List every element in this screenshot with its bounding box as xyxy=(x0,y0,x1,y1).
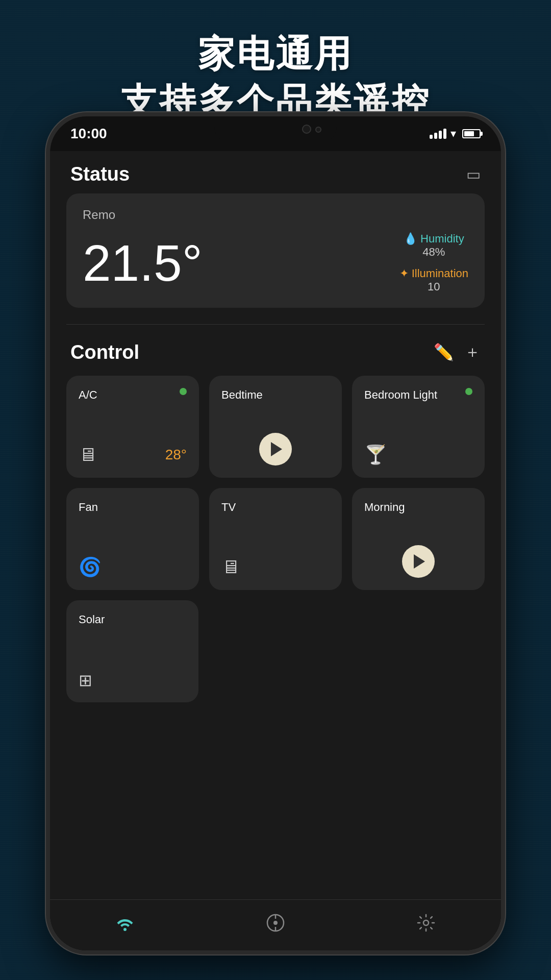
fan-card[interactable]: Fan 🌀 xyxy=(66,488,199,590)
notch xyxy=(214,116,337,143)
solar-name: Solar xyxy=(79,613,105,626)
battery-icon xyxy=(462,129,481,138)
scroll-content[interactable]: Status ▭ Remo 21.5° 💧 Humidity 48% xyxy=(50,151,501,899)
tablet-icon[interactable]: ▭ xyxy=(466,165,481,183)
humidity-stat: 💧 Humidity 48% xyxy=(399,232,468,259)
humidity-label: 💧 Humidity xyxy=(399,232,468,246)
control-nav-icon xyxy=(266,914,285,937)
app-title: Status xyxy=(70,163,130,185)
ac-card-header: A/C xyxy=(79,388,187,403)
solar-card-header: Solar xyxy=(79,612,186,627)
tv-icon: 🖥 xyxy=(221,556,240,578)
wifi-status-icon: ▾ xyxy=(450,127,456,140)
illumination-label: ✦ Illumination xyxy=(399,267,468,280)
bedroom-light-name: Bedroom Light xyxy=(364,388,437,403)
sensor-label: Remo xyxy=(83,208,468,222)
settings-nav-icon xyxy=(417,914,435,937)
signal-icon xyxy=(430,129,446,139)
solar-icon: ⊞ xyxy=(79,671,92,690)
bedroom-light-card[interactable]: Bedroom Light 🍸 xyxy=(352,376,485,478)
control-title: Control xyxy=(70,341,139,363)
control-actions: ✏️ ＋ xyxy=(434,341,481,363)
illumination-value: 10 xyxy=(399,280,468,293)
solar-card[interactable]: Solar ⊞ xyxy=(66,600,198,702)
ac-temp: 28° xyxy=(165,447,187,463)
section-divider xyxy=(66,324,485,325)
nav-settings[interactable] xyxy=(417,914,435,937)
illumination-stat: ✦ Illumination 10 xyxy=(399,267,468,293)
play-triangle-icon xyxy=(271,442,282,456)
control-header: Control ✏️ ＋ xyxy=(50,341,501,363)
solar-row: Solar ⊞ xyxy=(50,600,501,702)
bedroom-light-card-header: Bedroom Light xyxy=(364,388,472,403)
ac-card-footer: 🖥 28° xyxy=(79,444,187,465)
svg-point-0 xyxy=(123,928,127,931)
status-icons: ▾ xyxy=(430,127,481,140)
tv-name: TV xyxy=(221,501,236,513)
fan-name: Fan xyxy=(79,501,98,513)
control-grid-top: A/C 🖥 28° Bedtime xyxy=(50,376,501,478)
fan-card-footer: 🌀 xyxy=(79,556,187,578)
bedtime-name: Bedtime xyxy=(221,388,263,403)
ac-card[interactable]: A/C 🖥 28° xyxy=(66,376,199,478)
sensor-body: 21.5° 💧 Humidity 48% ✦ Ill xyxy=(83,232,468,293)
add-button[interactable]: ＋ xyxy=(464,341,481,363)
sensor-stats: 💧 Humidity 48% ✦ Illumination 10 xyxy=(399,232,468,293)
temperature-display: 21.5° xyxy=(83,237,203,288)
humidity-value: 48% xyxy=(399,246,468,259)
morning-play-button[interactable] xyxy=(402,545,435,578)
status-time: 10:00 xyxy=(70,126,107,142)
nav-spacer xyxy=(50,713,501,764)
tv-card-footer: 🖥 xyxy=(221,556,330,578)
drop-icon: 💧 xyxy=(404,232,417,245)
svg-point-2 xyxy=(273,921,278,925)
morning-card[interactable]: Morning xyxy=(352,488,485,590)
bottom-nav xyxy=(50,899,501,950)
edit-button[interactable]: ✏️ xyxy=(434,342,454,362)
fan-card-header: Fan xyxy=(79,500,187,515)
sensor-card: Remo 21.5° 💧 Humidity 48% xyxy=(66,193,485,308)
morning-play-triangle-icon xyxy=(414,554,425,569)
svg-point-5 xyxy=(423,920,429,925)
morning-name: Morning xyxy=(364,500,405,515)
nav-wifi[interactable] xyxy=(116,915,134,936)
bulb-icon: ✦ xyxy=(399,267,409,280)
ac-icon: 🖥 xyxy=(79,444,97,465)
tv-card-header: TV xyxy=(221,500,330,515)
camera-dot2 xyxy=(315,127,321,133)
phone-frame: 10:00 ▾ Status ▭ xyxy=(46,112,505,954)
camera-dot xyxy=(302,125,311,134)
solar-card-footer: ⊞ xyxy=(79,671,186,690)
tv-card[interactable]: TV 🖥 xyxy=(209,488,342,590)
screen: Status ▭ Remo 21.5° 💧 Humidity 48% xyxy=(50,151,501,950)
lamp-icon: 🍸 xyxy=(364,444,387,465)
ac-name: A/C xyxy=(79,388,97,403)
header-line1: 家电通用 xyxy=(0,31,551,79)
wifi-nav-icon xyxy=(116,915,134,936)
control-grid-bottom: Fan 🌀 TV 🖥 Morning xyxy=(50,488,501,590)
nav-control[interactable] xyxy=(266,914,285,937)
bedtime-play-button[interactable] xyxy=(259,433,292,465)
bedtime-card[interactable]: Bedtime xyxy=(209,376,342,478)
ac-status-dot xyxy=(180,388,187,395)
app-header: Status ▭ xyxy=(50,151,501,193)
bedroom-light-card-footer: 🍸 xyxy=(364,444,472,465)
fan-icon: 🌀 xyxy=(79,556,102,578)
bedroom-light-status-dot xyxy=(465,388,472,395)
